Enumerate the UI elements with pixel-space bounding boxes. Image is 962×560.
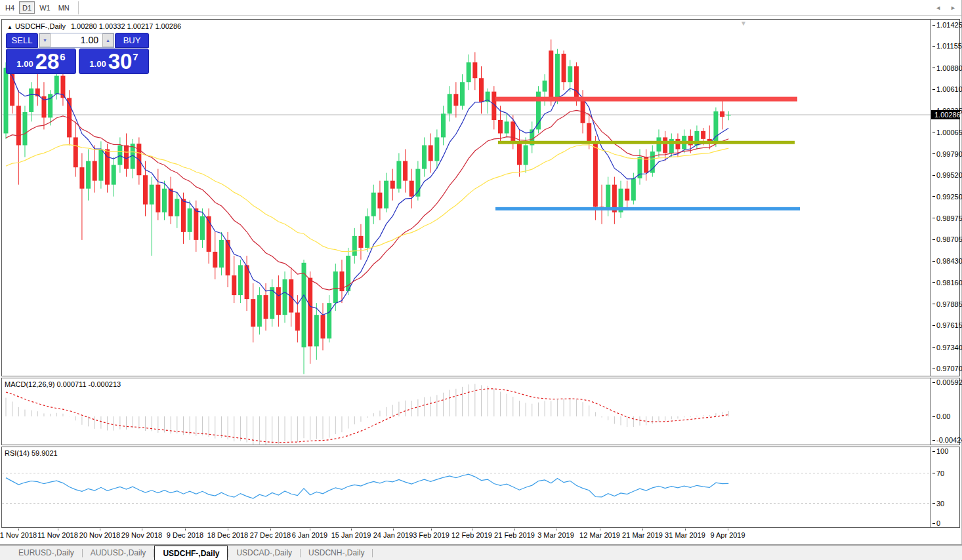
date-axis-label: 21 Feb 2019 [494, 531, 535, 539]
rsi-tick-label: 30 [932, 500, 944, 508]
date-tick-mark [185, 529, 186, 530]
current-price-badge: 1.00286 [931, 110, 960, 119]
date-axis[interactable]: 1 Nov 201811 Nov 201820 Nov 201829 Nov 2… [1, 529, 931, 542]
price-tick-label: 0.98160 [932, 279, 962, 287]
buy-price-pipette: 7 [133, 51, 138, 62]
date-tick-mark [228, 529, 228, 530]
tab-scroll-right-icon[interactable]: ► [950, 5, 956, 11]
date-tick-mark [393, 529, 394, 530]
timeframe-button-h4[interactable]: H4 [2, 1, 18, 14]
macd-tick-label: -0.004241 [932, 436, 962, 444]
date-tick-mark [58, 529, 58, 530]
timeframe-button-d1[interactable]: D1 [19, 1, 35, 14]
macd-plot[interactable] [2, 378, 931, 445]
price-tick-label: 0.98975 [932, 214, 962, 222]
collapse-triangle-icon[interactable]: ▲ [7, 24, 12, 30]
macd-tick-label: 0.00 [932, 412, 950, 420]
date-axis-label: 9 Dec 2018 [167, 531, 203, 539]
date-tick-mark [514, 529, 515, 530]
rsi-tick-label: 0 [932, 519, 940, 527]
triangle-down-icon: ▼ [43, 38, 47, 43]
rsi-plot[interactable] [2, 447, 931, 527]
triangle-up-icon: ▲ [106, 38, 110, 43]
mt4-terminal-window: H4D1W1MN ▲USDCHF-,Daily1.00280 1.00332 1… [0, 0, 962, 560]
tab-eurusd[interactable]: EURUSD-,Daily [10, 546, 82, 560]
date-axis-label: 18 Dec 2018 [207, 531, 248, 539]
date-tick-mark [18, 529, 19, 530]
price-tick-label: 0.97070 [932, 365, 962, 372]
sell-price-button[interactable]: 1.00286 [6, 49, 76, 74]
price-tick-label: 1.00610 [932, 85, 962, 93]
chart-ohlc-values: 1.00280 1.00332 1.00217 1.00286 [71, 22, 181, 30]
timeframe-button-w1[interactable]: W1 [36, 1, 54, 14]
date-axis-label: 1 Nov 2018 [0, 531, 37, 539]
one-click-trading-panel: SELL ▼ 1.00 ▲ BUY 1.00286 1.00307 [6, 33, 149, 74]
rsi-tick-label: 70 [932, 470, 944, 477]
price-axis[interactable]: 1.014251.011551.008801.006101.003351.000… [931, 20, 959, 376]
date-axis-label: 11 Nov 2018 [37, 531, 78, 539]
rsi-label: RSI(14) 59.9021 [5, 449, 58, 457]
volume-input[interactable]: 1.00 [51, 33, 102, 47]
timeframe-button-mn[interactable]: MN [55, 1, 73, 14]
price-tick-label: 0.97615 [932, 321, 962, 329]
date-axis-label: 6 Jan 2019 [292, 531, 327, 539]
macd-indicator-pane[interactable]: MACD(12,26,9) 0.000711 -0.000213 0.00592… [1, 378, 960, 445]
date-axis-label: 12 Feb 2019 [451, 531, 492, 539]
price-chart-pane[interactable]: ▲USDCHF-,Daily1.00280 1.00332 1.00217 1.… [1, 19, 960, 376]
price-tick-label: 0.99790 [932, 150, 962, 158]
buy-button[interactable]: BUY [115, 33, 149, 48]
sell-price-pipette: 6 [60, 51, 65, 62]
volume-increase-button[interactable]: ▲ [102, 33, 114, 47]
date-tick-mark [351, 529, 352, 530]
price-tick-label: 1.00880 [932, 64, 962, 72]
date-tick-mark [310, 529, 310, 530]
buy-price-button[interactable]: 1.00307 [79, 49, 149, 74]
macd-label: MACD(12,26,9) 0.000711 -0.000213 [5, 380, 121, 388]
date-tick-mark [431, 529, 432, 530]
rsi-axis[interactable]: 10070300 [931, 447, 959, 527]
date-axis-label: 27 Dec 2018 [250, 531, 291, 539]
tab-scroll-left-icon[interactable]: ◄ [935, 5, 941, 11]
rsi-tick-label: 100 [932, 447, 948, 455]
sell-button[interactable]: SELL [6, 33, 38, 48]
date-axis-label: 12 Mar 2019 [579, 531, 620, 539]
price-tick-label: 0.99250 [932, 193, 962, 201]
tab-usdchf[interactable]: USDCHF-,Daily [154, 546, 228, 560]
volume-decrease-button[interactable]: ▼ [39, 33, 51, 47]
sell-price-integer: 1.00 [16, 59, 33, 69]
tab-separator [372, 549, 373, 557]
date-tick-mark [270, 529, 271, 530]
date-tick-mark [728, 529, 728, 530]
rsi-indicator-pane[interactable]: RSI(14) 59.9021 10070300 [1, 447, 960, 528]
date-axis-label: 29 Nov 2018 [121, 531, 162, 539]
date-tick-mark [100, 529, 100, 530]
tab-audusd[interactable]: AUDUSD-,Daily [83, 546, 154, 560]
sell-price-pips: 28 [35, 50, 60, 73]
chart-title: ▲USDCHF-,Daily1.00280 1.00332 1.00217 1.… [7, 22, 181, 30]
chart-tab-bar: EURUSD-,DailyAUDUSD-,DailyUSDCHF-,DailyU… [0, 544, 962, 560]
date-tick-mark [642, 529, 643, 530]
price-tick-label: 0.98705 [932, 235, 962, 243]
chart-symbol-label: USDCHF-,Daily [15, 22, 66, 30]
date-tick-mark [142, 529, 142, 530]
price-tick-label: 0.99520 [932, 171, 962, 179]
date-tick-mark [472, 529, 472, 530]
price-tick-label: 1.01155 [932, 42, 962, 50]
tab-usdcnh[interactable]: USDCNH-,Daily [301, 546, 372, 560]
date-axis-label: 9 Apr 2019 [710, 531, 745, 539]
toolbar-separator [78, 1, 79, 14]
price-tick-label: 1.00065 [932, 129, 962, 136]
price-tick-label: 0.98430 [932, 257, 962, 265]
date-axis-label: 15 Jan 2019 [331, 531, 371, 539]
volume-stepper: ▼ 1.00 ▲ [39, 33, 114, 48]
date-axis-label: 20 Nov 2018 [79, 531, 120, 539]
chart-shift-marker-icon[interactable]: ▼ [740, 20, 747, 27]
macd-axis[interactable]: 0.0059260.00-0.004241 [931, 378, 959, 445]
date-axis-label: 24 Jan 2019 [373, 531, 413, 539]
tab-usdcad[interactable]: USDCAD-,Daily [228, 546, 300, 560]
price-tick-label: 0.97340 [932, 344, 962, 351]
date-axis-label: 31 Mar 2019 [665, 531, 705, 539]
buy-price-pips: 30 [108, 50, 133, 73]
date-axis-label: 21 Mar 2019 [622, 531, 663, 539]
date-tick-mark [556, 529, 556, 530]
